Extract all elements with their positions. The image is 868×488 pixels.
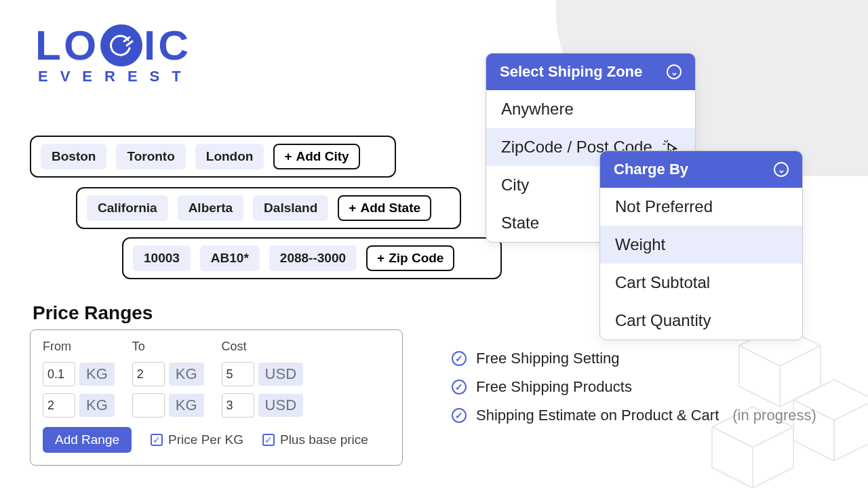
from-input-0[interactable]	[43, 362, 75, 386]
add-city-label: Add City	[296, 149, 349, 164]
checkbox-icon: ✓	[151, 434, 163, 446]
feature-free-shipping-setting: Free Shipping Setting	[452, 350, 816, 367]
cost-input-1[interactable]	[222, 393, 254, 418]
svg-line-8	[664, 140, 666, 142]
add-zip-label: Zip Code	[389, 251, 443, 266]
charge-option-weight[interactable]: Weight	[600, 226, 802, 264]
col-cost-label: Cost	[222, 340, 303, 354]
feature-list: Free Shipping Setting Free Shipping Prod…	[452, 350, 816, 424]
price-per-kg-checkbox[interactable]: ✓ Price Per KG	[151, 432, 243, 447]
logo-part-l: L	[35, 26, 64, 66]
unit-kg: KG	[79, 363, 115, 386]
plug-icon	[100, 24, 142, 66]
to-input-0[interactable]	[132, 362, 165, 386]
checkbox-icon: ✓	[262, 434, 275, 446]
logo-letter-o: O	[64, 26, 99, 66]
feature-label: Free Shipping Setting	[476, 350, 620, 367]
check-circle-icon	[452, 408, 467, 423]
feature-label: Shipping Estimate on Product & Cart	[476, 407, 719, 424]
state-tag[interactable]: Alberta	[178, 195, 243, 221]
check-circle-icon	[452, 351, 467, 366]
plus-base-price-label: Plus base price	[280, 432, 368, 447]
shipping-zone-dropdown-header[interactable]: Select Shiping Zone ⌄	[486, 54, 695, 90]
unit-usd: USD	[258, 394, 303, 417]
zip-tag[interactable]: AB10*	[200, 245, 260, 271]
unit-kg: KG	[169, 363, 204, 386]
chevron-down-icon: ⌄	[774, 162, 789, 177]
feature-label: Free Shipping Products	[476, 378, 632, 396]
from-input-1[interactable]	[43, 393, 75, 418]
plus-icon: +	[349, 201, 356, 216]
feature-shipping-estimate: Shipping Estimate on Product & Cart (in …	[452, 407, 816, 424]
charge-option-subtotal[interactable]: Cart Subtotal	[600, 264, 802, 302]
zip-tag[interactable]: 2088--3000	[269, 245, 357, 271]
brand-logo: L O IC EVEREST	[35, 24, 193, 85]
unit-usd: USD	[258, 363, 303, 386]
col-to-label: To	[132, 340, 204, 354]
plus-icon: +	[377, 251, 384, 266]
add-state-button[interactable]: + Add State	[338, 195, 431, 221]
add-state-label: Add State	[360, 201, 420, 216]
plus-icon: +	[284, 149, 292, 164]
feature-free-shipping-products: Free Shipping Products	[452, 378, 816, 396]
col-from-label: From	[43, 340, 115, 354]
state-tag[interactable]: California	[87, 195, 168, 221]
city-tag[interactable]: London	[195, 144, 264, 169]
check-circle-icon	[452, 380, 467, 394]
state-group: California Alberta Dalsland + Add State	[76, 187, 461, 229]
zip-tag[interactable]: 10003	[133, 245, 191, 271]
logo-tagline: EVEREST	[38, 68, 193, 85]
charge-option-quantity[interactable]: Cart Quantity	[600, 302, 802, 340]
unit-kg: KG	[79, 394, 115, 417]
unit-kg: KG	[169, 394, 204, 417]
state-tag[interactable]: Dalsland	[253, 195, 328, 221]
city-tag[interactable]: Boston	[41, 144, 106, 169]
charge-option-notpreferred[interactable]: Not Preferred	[600, 188, 802, 226]
charge-by-dropdown-header[interactable]: Charge By ⌄	[600, 151, 802, 188]
city-tag[interactable]: Toronto	[116, 144, 185, 169]
zone-option-anywhere[interactable]: Anywhere	[486, 90, 695, 128]
charge-by-dropdown: Charge By ⌄ Not Preferred Weight Cart Su…	[599, 150, 803, 340]
plus-base-price-checkbox[interactable]: ✓ Plus base price	[262, 432, 368, 447]
price-ranges-heading: Price Ranges	[33, 302, 153, 324]
price-per-kg-label: Price Per KG	[168, 432, 243, 447]
feature-note: (in progress)	[732, 407, 816, 424]
zip-group: 10003 AB10* 2088--3000 + Zip Code	[122, 237, 502, 279]
to-input-1[interactable]	[132, 393, 165, 418]
cost-input-0[interactable]	[222, 362, 254, 386]
logo-part-ic: IC	[144, 26, 191, 66]
add-zip-button[interactable]: + Zip Code	[366, 245, 454, 271]
add-city-button[interactable]: + Add City	[273, 144, 359, 169]
price-ranges-panel: From KG KG To KG KG Cost	[30, 329, 403, 466]
charge-by-header-label: Charge By	[614, 161, 688, 178]
add-range-button[interactable]: Add Range	[43, 427, 132, 453]
city-group: Boston Toronto London + Add City	[30, 136, 396, 178]
shipping-zone-header-label: Select Shiping Zone	[500, 63, 642, 81]
chevron-down-icon: ⌄	[667, 64, 682, 79]
